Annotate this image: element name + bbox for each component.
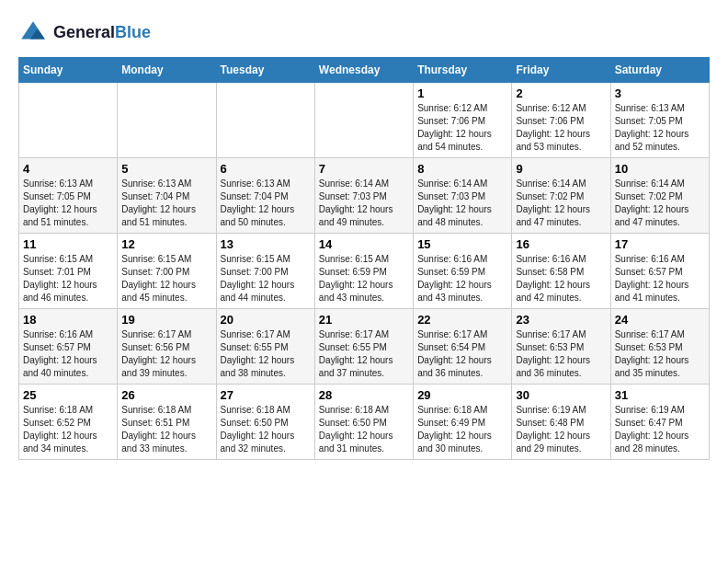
day-info: Sunrise: 6:14 AM Sunset: 7:02 PM Dayligh…: [516, 178, 606, 229]
calendar-cell: 25Sunrise: 6:18 AM Sunset: 6:52 PM Dayli…: [19, 385, 118, 460]
calendar-week-row: 18Sunrise: 6:16 AM Sunset: 6:57 PM Dayli…: [19, 309, 710, 385]
day-info: Sunrise: 6:17 AM Sunset: 6:53 PM Dayligh…: [615, 328, 705, 380]
calendar-cell: 20Sunrise: 6:17 AM Sunset: 6:55 PM Dayli…: [216, 309, 314, 385]
day-number: 21: [319, 313, 409, 327]
calendar-cell: 28Sunrise: 6:18 AM Sunset: 6:50 PM Dayli…: [314, 385, 413, 460]
day-number: 6: [221, 162, 311, 176]
calendar-cell: 24Sunrise: 6:17 AM Sunset: 6:53 PM Dayli…: [610, 309, 709, 385]
day-number: 9: [516, 162, 606, 176]
calendar-cell: [118, 83, 216, 158]
calendar-cell: 11Sunrise: 6:15 AM Sunset: 7:01 PM Dayli…: [19, 234, 118, 309]
day-info: Sunrise: 6:13 AM Sunset: 7:04 PM Dayligh…: [221, 178, 311, 229]
header: GeneralBlue: [18, 18, 710, 48]
day-info: Sunrise: 6:19 AM Sunset: 6:47 PM Dayligh…: [615, 404, 705, 455]
day-info: Sunrise: 6:17 AM Sunset: 6:55 PM Dayligh…: [319, 328, 409, 380]
day-number: 17: [615, 237, 705, 251]
day-number: 30: [516, 388, 606, 402]
day-number: 18: [23, 313, 113, 327]
day-info: Sunrise: 6:16 AM Sunset: 6:57 PM Dayligh…: [615, 253, 705, 304]
calendar-cell: [19, 83, 118, 158]
day-info: Sunrise: 6:16 AM Sunset: 6:58 PM Dayligh…: [516, 253, 606, 304]
day-info: Sunrise: 6:15 AM Sunset: 7:00 PM Dayligh…: [221, 253, 311, 304]
day-number: 1: [417, 86, 507, 100]
day-info: Sunrise: 6:15 AM Sunset: 7:01 PM Dayligh…: [23, 253, 113, 304]
day-number: 25: [23, 388, 113, 402]
day-info: Sunrise: 6:18 AM Sunset: 6:51 PM Dayligh…: [121, 404, 211, 455]
calendar-cell: 26Sunrise: 6:18 AM Sunset: 6:51 PM Dayli…: [118, 385, 216, 460]
day-info: Sunrise: 6:16 AM Sunset: 6:59 PM Dayligh…: [417, 253, 507, 304]
calendar-cell: 21Sunrise: 6:17 AM Sunset: 6:55 PM Dayli…: [314, 309, 413, 385]
day-number: 14: [319, 237, 409, 251]
day-number: 3: [615, 86, 705, 100]
day-number: 28: [319, 388, 409, 402]
logo-text: GeneralBlue: [53, 24, 151, 42]
calendar-cell: 8Sunrise: 6:14 AM Sunset: 7:03 PM Daylig…: [414, 158, 512, 234]
day-number: 29: [417, 388, 507, 402]
day-info: Sunrise: 6:18 AM Sunset: 6:52 PM Dayligh…: [23, 404, 113, 455]
weekday-header: Friday: [512, 58, 610, 83]
day-info: Sunrise: 6:14 AM Sunset: 7:02 PM Dayligh…: [615, 178, 705, 229]
day-info: Sunrise: 6:14 AM Sunset: 7:03 PM Dayligh…: [417, 178, 507, 229]
calendar-cell: 18Sunrise: 6:16 AM Sunset: 6:57 PM Dayli…: [19, 309, 118, 385]
day-info: Sunrise: 6:17 AM Sunset: 6:53 PM Dayligh…: [516, 328, 606, 380]
day-number: 8: [417, 162, 507, 176]
day-number: 20: [221, 313, 311, 327]
calendar-cell: 23Sunrise: 6:17 AM Sunset: 6:53 PM Dayli…: [512, 309, 610, 385]
day-number: 26: [121, 388, 211, 402]
day-info: Sunrise: 6:15 AM Sunset: 6:59 PM Dayligh…: [319, 253, 409, 304]
calendar-cell: 17Sunrise: 6:16 AM Sunset: 6:57 PM Dayli…: [610, 234, 709, 309]
calendar-week-row: 11Sunrise: 6:15 AM Sunset: 7:01 PM Dayli…: [19, 234, 710, 309]
logo: GeneralBlue: [18, 18, 151, 48]
day-number: 15: [417, 237, 507, 251]
calendar-cell: [314, 83, 413, 158]
calendar-cell: 22Sunrise: 6:17 AM Sunset: 6:54 PM Dayli…: [414, 309, 512, 385]
weekday-header: Sunday: [19, 58, 118, 83]
calendar-cell: [216, 83, 314, 158]
calendar-cell: 7Sunrise: 6:14 AM Sunset: 7:03 PM Daylig…: [314, 158, 413, 234]
calendar-cell: 14Sunrise: 6:15 AM Sunset: 6:59 PM Dayli…: [314, 234, 413, 309]
calendar-cell: 9Sunrise: 6:14 AM Sunset: 7:02 PM Daylig…: [512, 158, 610, 234]
day-number: 22: [417, 313, 507, 327]
calendar-week-row: 25Sunrise: 6:18 AM Sunset: 6:52 PM Dayli…: [19, 385, 710, 460]
day-number: 5: [121, 162, 211, 176]
day-info: Sunrise: 6:16 AM Sunset: 6:57 PM Dayligh…: [23, 328, 113, 380]
day-info: Sunrise: 6:17 AM Sunset: 6:56 PM Dayligh…: [121, 328, 211, 380]
day-number: 2: [516, 86, 606, 100]
day-number: 4: [23, 162, 113, 176]
day-info: Sunrise: 6:12 AM Sunset: 7:06 PM Dayligh…: [417, 102, 507, 154]
calendar-cell: 29Sunrise: 6:18 AM Sunset: 6:49 PM Dayli…: [414, 385, 512, 460]
weekday-header: Monday: [118, 58, 216, 83]
day-number: 19: [121, 313, 211, 327]
calendar-cell: 2Sunrise: 6:12 AM Sunset: 7:06 PM Daylig…: [512, 83, 610, 158]
calendar-cell: 6Sunrise: 6:13 AM Sunset: 7:04 PM Daylig…: [216, 158, 314, 234]
day-info: Sunrise: 6:18 AM Sunset: 6:49 PM Dayligh…: [417, 404, 507, 455]
calendar-table: SundayMondayTuesdayWednesdayThursdayFrid…: [18, 57, 710, 460]
day-number: 23: [516, 313, 606, 327]
calendar-cell: 12Sunrise: 6:15 AM Sunset: 7:00 PM Dayli…: [118, 234, 216, 309]
logo-icon: [18, 18, 48, 48]
calendar-cell: 31Sunrise: 6:19 AM Sunset: 6:47 PM Dayli…: [610, 385, 709, 460]
weekday-header: Thursday: [414, 58, 512, 83]
day-info: Sunrise: 6:17 AM Sunset: 6:55 PM Dayligh…: [221, 328, 311, 380]
calendar-cell: 3Sunrise: 6:13 AM Sunset: 7:05 PM Daylig…: [610, 83, 709, 158]
day-info: Sunrise: 6:13 AM Sunset: 7:05 PM Dayligh…: [23, 178, 113, 229]
day-number: 13: [221, 237, 311, 251]
day-info: Sunrise: 6:18 AM Sunset: 6:50 PM Dayligh…: [221, 404, 311, 455]
day-info: Sunrise: 6:15 AM Sunset: 7:00 PM Dayligh…: [121, 253, 211, 304]
day-info: Sunrise: 6:19 AM Sunset: 6:48 PM Dayligh…: [516, 404, 606, 455]
day-number: 12: [121, 237, 211, 251]
calendar-cell: 13Sunrise: 6:15 AM Sunset: 7:00 PM Dayli…: [216, 234, 314, 309]
day-number: 11: [23, 237, 113, 251]
day-info: Sunrise: 6:13 AM Sunset: 7:04 PM Dayligh…: [121, 178, 211, 229]
calendar-cell: 1Sunrise: 6:12 AM Sunset: 7:06 PM Daylig…: [414, 83, 512, 158]
day-number: 31: [615, 388, 705, 402]
calendar-cell: 10Sunrise: 6:14 AM Sunset: 7:02 PM Dayli…: [610, 158, 709, 234]
weekday-header: Saturday: [610, 58, 709, 83]
day-info: Sunrise: 6:17 AM Sunset: 6:54 PM Dayligh…: [417, 328, 507, 380]
calendar-cell: 15Sunrise: 6:16 AM Sunset: 6:59 PM Dayli…: [414, 234, 512, 309]
weekday-header: Tuesday: [216, 58, 314, 83]
calendar-cell: 27Sunrise: 6:18 AM Sunset: 6:50 PM Dayli…: [216, 385, 314, 460]
calendar-cell: 5Sunrise: 6:13 AM Sunset: 7:04 PM Daylig…: [118, 158, 216, 234]
day-number: 7: [319, 162, 409, 176]
calendar-cell: 4Sunrise: 6:13 AM Sunset: 7:05 PM Daylig…: [19, 158, 118, 234]
